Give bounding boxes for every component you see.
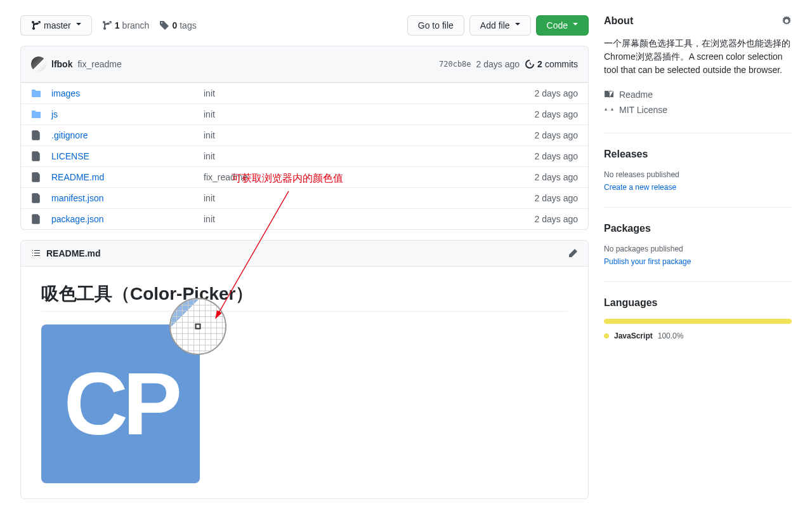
gear-icon[interactable] [782, 16, 792, 26]
file-row[interactable]: imagesinit2 days ago [21, 83, 588, 104]
file-time: 2 days ago [535, 214, 579, 224]
caret-icon [573, 23, 578, 28]
branch-name: master [44, 19, 71, 32]
language-pct: 100.0% [658, 331, 684, 340]
branch-label: branch [122, 20, 150, 30]
commit-time[interactable]: 2 days ago [476, 59, 520, 69]
code-button[interactable]: Code [536, 15, 589, 36]
file-row[interactable]: LICENSEinit2 days ago [21, 145, 588, 166]
file-commit-msg[interactable]: init [204, 193, 535, 203]
caret-icon [515, 23, 520, 28]
file-time: 2 days ago [535, 130, 579, 140]
list-icon[interactable] [31, 248, 41, 258]
releases-title[interactable]: Releases [604, 149, 648, 160]
file-icon [31, 172, 41, 182]
file-name[interactable]: package.json [51, 214, 204, 224]
publish-package-link[interactable]: Publish your first package [604, 257, 691, 266]
branch-count: 1 [115, 20, 120, 30]
create-release-link[interactable]: Create a new release [604, 183, 676, 192]
language-item[interactable]: JavaScript 100.0% [604, 331, 792, 340]
magnifier-icon [169, 298, 226, 355]
file-name[interactable]: LICENSE [51, 151, 204, 161]
commit-author[interactable]: lfbok [51, 59, 72, 69]
tag-icon [159, 20, 169, 30]
tags-count: 0 [172, 20, 177, 30]
latest-commit-bar: lfbok fix_readme 720cb8e 2 days ago 2 co… [20, 46, 589, 83]
about-description: 一个屏幕颜色选择工具，在浏览器外也能选择的Chrome浏览器插件。A scree… [604, 37, 792, 77]
commits-link[interactable]: 2 commits [525, 59, 578, 69]
file-icon [31, 151, 41, 161]
readme-heading: 吸色工具（Color-Picker） [41, 282, 568, 312]
file-time: 2 days ago [535, 172, 579, 182]
language-bar[interactable] [604, 319, 792, 324]
avatar[interactable] [31, 57, 46, 72]
file-time: 2 days ago [535, 151, 579, 161]
commits-count: 2 [537, 59, 542, 69]
commits-label: commits [545, 59, 578, 69]
file-name[interactable]: .gitignore [51, 130, 204, 140]
language-dot [604, 333, 609, 338]
commit-message[interactable]: fix_readme [77, 59, 121, 69]
readme-logo: CP [41, 324, 200, 483]
file-commit-msg[interactable]: init [204, 109, 535, 119]
file-commit-msg[interactable]: init [204, 88, 535, 98]
languages-title: Languages [604, 297, 657, 309]
file-commit-msg[interactable]: fix_readme [204, 172, 535, 182]
branch-selector-button[interactable]: master [20, 15, 92, 36]
file-row[interactable]: README.mdfix_readme2 days ago [21, 166, 588, 187]
file-time: 2 days ago [535, 193, 579, 203]
commit-sha[interactable]: 720cb8e [439, 60, 471, 69]
folder-icon [31, 109, 41, 119]
readme-link[interactable]: Readme [604, 87, 792, 102]
file-icon [31, 214, 41, 224]
file-icon [31, 193, 41, 203]
file-name[interactable]: images [51, 88, 204, 98]
go-to-file-button[interactable]: Go to file [407, 15, 464, 36]
file-time: 2 days ago [535, 109, 579, 119]
file-name[interactable]: README.md [51, 172, 204, 182]
packages-empty: No packages published [604, 244, 792, 253]
branch-icon [31, 20, 41, 30]
file-icon [31, 130, 41, 140]
tags-label: tags [180, 20, 196, 30]
file-commit-msg[interactable]: init [204, 130, 535, 140]
history-icon [525, 59, 535, 69]
law-icon [604, 105, 614, 115]
file-row[interactable]: jsinit2 days ago [21, 104, 588, 124]
file-name[interactable]: manifest.json [51, 193, 204, 203]
pencil-icon[interactable] [568, 248, 578, 258]
branches-link[interactable]: 1 branch [102, 20, 150, 30]
folder-icon [31, 88, 41, 98]
file-row[interactable]: manifest.jsoninit2 days ago [21, 187, 588, 208]
file-commit-msg[interactable]: init [204, 214, 535, 224]
releases-empty: No releases published [604, 170, 792, 179]
file-time: 2 days ago [535, 88, 579, 98]
file-row[interactable]: package.jsoninit2 days ago [21, 208, 588, 229]
file-commit-msg[interactable]: init [204, 151, 535, 161]
about-title: About [604, 15, 633, 27]
add-file-button[interactable]: Add file [469, 15, 531, 36]
caret-icon [76, 23, 81, 28]
logo-text: CP [64, 352, 177, 455]
packages-title[interactable]: Packages [604, 223, 651, 234]
file-row[interactable]: .gitignoreinit2 days ago [21, 124, 588, 145]
file-name[interactable]: js [51, 109, 204, 119]
branch-icon [102, 20, 112, 30]
book-icon [604, 90, 614, 100]
license-link[interactable]: MIT License [604, 102, 792, 117]
readme-filename: README.md [46, 248, 563, 258]
language-name: JavaScript [614, 331, 653, 340]
tags-link[interactable]: 0 tags [159, 20, 196, 30]
